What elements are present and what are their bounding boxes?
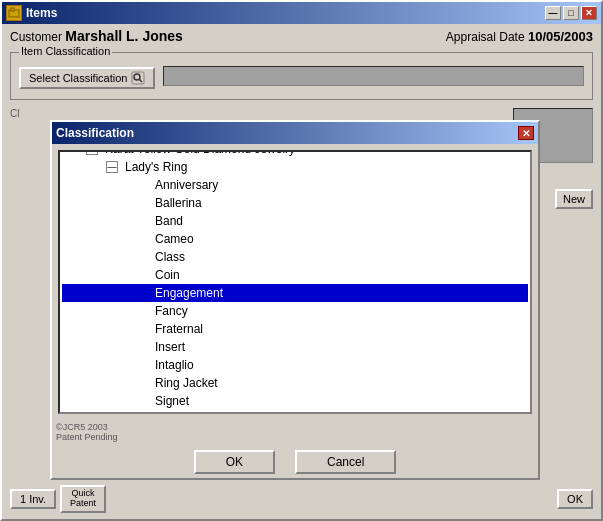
tree-item-label: Engagement — [155, 286, 223, 300]
window-title: Items — [26, 6, 545, 20]
tree-item[interactable]: —Karat Yellow Gold Diamond Jewelry — [62, 150, 528, 158]
classification-dialog: Classification ✕ —Mounted Diamond+Platin… — [50, 120, 540, 480]
tree-item[interactable]: Fancy — [62, 302, 528, 320]
cl-label: Cl — [10, 108, 60, 119]
appraisal-date: 10/05/2003 — [528, 29, 593, 44]
customer-info: Customer Marshall L. Jones — [10, 28, 183, 44]
inv-button[interactable]: 1 Inv. — [10, 489, 56, 509]
tree-item[interactable]: Signet — [62, 392, 528, 410]
tree-item[interactable]: Fraternal — [62, 320, 528, 338]
tree-item[interactable]: Band — [62, 212, 528, 230]
tree-item-label: Fraternal — [155, 322, 203, 336]
dialog-body: —Mounted Diamond+Platinum Diamond Jewelr… — [52, 144, 538, 420]
tree-item[interactable]: Class — [62, 248, 528, 266]
dialog-title: Classification — [56, 126, 518, 140]
tree-item-label: Ballerina — [155, 196, 202, 210]
select-classification-icon — [131, 71, 145, 85]
classification-display — [163, 66, 584, 86]
tree-item[interactable]: Anniversary — [62, 176, 528, 194]
tree-item-label: Fancy — [155, 304, 188, 318]
tree-item[interactable]: Coin — [62, 266, 528, 284]
tree-item-label: Signet — [155, 394, 189, 408]
tree-item[interactable]: Ballerina — [62, 194, 528, 212]
appraisal-label: Appraisal Date — [446, 30, 525, 44]
maximize-button[interactable]: □ — [563, 6, 579, 20]
classification-tree[interactable]: —Mounted Diamond+Platinum Diamond Jewelr… — [58, 150, 532, 414]
quick-button[interactable]: QuickPatent — [60, 485, 106, 513]
tree-item-label: Band — [155, 214, 183, 228]
customer-label: Customer — [10, 30, 62, 44]
tree-item-label: Anniversary — [155, 178, 218, 192]
tree-expand-icon[interactable]: — — [106, 161, 118, 173]
tree-item-label: Coin — [155, 268, 180, 282]
bottom-bar: 1 Inv. QuickPatent OK — [10, 485, 593, 513]
dialog-title-bar: Classification ✕ — [52, 122, 538, 144]
svg-rect-1 — [11, 8, 14, 11]
tree-item-label: Insert — [155, 340, 185, 354]
group-label: Item Classification — [19, 45, 112, 57]
tree-item-label: Ring Jacket — [155, 376, 218, 390]
item-classification-group: Item Classification Select Classificatio… — [10, 52, 593, 100]
tree-item[interactable]: Cameo — [62, 230, 528, 248]
tree-item-label: Cameo — [155, 232, 194, 246]
select-classification-button[interactable]: Select Classification — [19, 67, 155, 89]
close-button[interactable]: ✕ — [581, 6, 597, 20]
customer-name: Marshall L. Jones — [65, 28, 182, 44]
title-bar: Items — □ ✕ — [2, 2, 601, 24]
new-button[interactable]: New — [555, 189, 593, 209]
dialog-footer: OK Cancel — [52, 444, 538, 478]
ok-main-button[interactable]: OK — [557, 489, 593, 509]
tree-item-label: Class — [155, 250, 185, 264]
appraisal-info: Appraisal Date 10/05/2003 — [446, 29, 593, 44]
copyright-text: ©JCR5 2003Patent Pending — [52, 420, 538, 444]
tree-item[interactable]: Ring Jacket — [62, 374, 528, 392]
title-bar-buttons: — □ ✕ — [545, 6, 597, 20]
tree-item[interactable]: Insert — [62, 338, 528, 356]
tree-expand-icon[interactable]: — — [86, 150, 98, 155]
minimize-button[interactable]: — — [545, 6, 561, 20]
dialog-close-button[interactable]: ✕ — [518, 126, 534, 140]
tree-item-label: Intaglio — [155, 358, 194, 372]
window-icon — [6, 5, 22, 21]
dialog-ok-button[interactable]: OK — [194, 450, 275, 474]
tree-item-label: Karat Yellow Gold Diamond Jewelry — [105, 150, 295, 156]
dialog-cancel-button[interactable]: Cancel — [295, 450, 396, 474]
tree-item[interactable]: Engagement — [62, 284, 528, 302]
tree-item[interactable]: —Lady's Ring — [62, 158, 528, 176]
tree-item[interactable]: Intaglio — [62, 356, 528, 374]
select-classification-label: Select Classification — [29, 72, 127, 84]
tree-item-label: Lady's Ring — [125, 160, 187, 174]
